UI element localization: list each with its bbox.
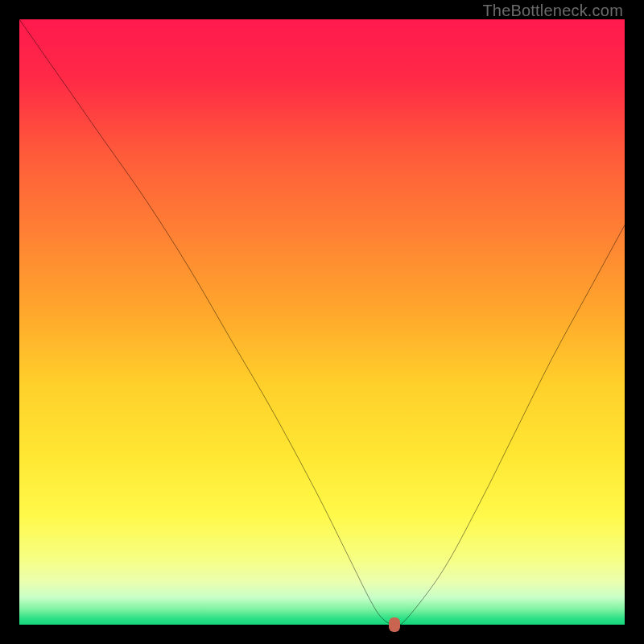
- optimum-marker: [389, 617, 400, 632]
- watermark-text: TheBottleneck.com: [482, 2, 623, 20]
- bottleneck-curve: [19, 19, 625, 625]
- chart-area: [19, 19, 625, 625]
